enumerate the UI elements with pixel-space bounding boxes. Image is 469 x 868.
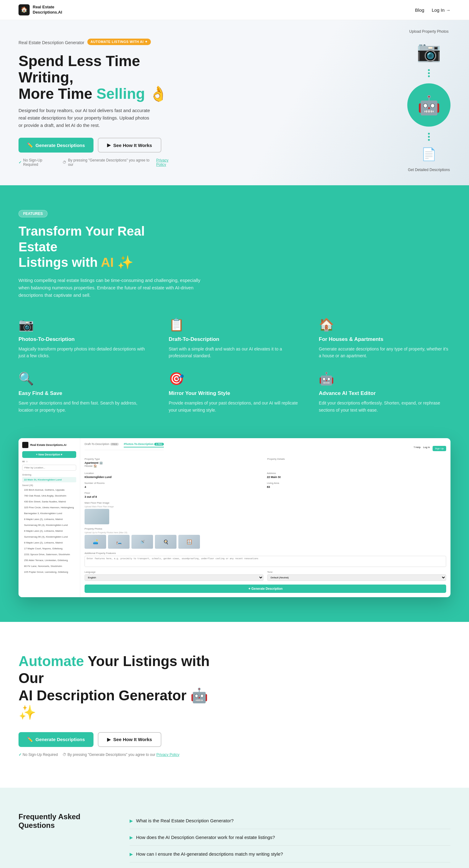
address-label: Address	[267, 472, 446, 475]
feature-name-4: Mirror Your Writing Style	[169, 390, 301, 397]
list-item[interactable]: Summarvag 96 (4), Klosterngliden Lund	[22, 523, 76, 528]
floorplan-label: Main Floor Plan Image	[85, 501, 446, 504]
rooms-group: Number of Rooms 4	[85, 482, 264, 489]
list-item[interactable]: 250 Alder Terrace, Linnkedan, Göteborg	[22, 558, 76, 563]
list-item[interactable]: 325 Pine Circle, Utreks Hamnon, Helsingb…	[22, 505, 76, 510]
address-value: 22 Main St	[267, 475, 446, 478]
logo-text: Real Estate Descriptions.AI	[33, 5, 62, 15]
additional-textarea[interactable]	[85, 556, 446, 567]
cta-generate-button[interactable]: ✏️ Generate Descriptions	[19, 732, 94, 747]
app-sidebar: Real Estate Descriptions.AI + New Descri…	[19, 438, 80, 597]
app-tab-draft[interactable]: Draft-To-Description FREE	[85, 442, 119, 447]
app-sidebar-logo-icon	[22, 442, 28, 448]
navbar: 🏠 Real Estate Descriptions.AI Blog Log I…	[0, 0, 469, 20]
cta-no-signup: ✓ No Sign-Up Required	[19, 752, 58, 757]
photo-1: 🛋️	[85, 535, 106, 549]
list-item[interactable]: 8 Maple Lane (2), Linhavns, Malmö	[22, 528, 76, 534]
location-value: Klosterngliden Lund	[85, 475, 264, 478]
dots-connector-2	[428, 133, 430, 141]
hero-badge: AUTOMATE LISTINGS WITH AI ✦	[87, 39, 150, 45]
photos-label: Property Photos	[85, 527, 446, 530]
features-tag: FEATURES	[19, 210, 47, 217]
list-item[interactable]: Barnegatan 3, Klosterngliden Lund	[22, 511, 76, 516]
hero-buttons: ✏️ Generate Descriptions ▶ See How It Wo…	[19, 138, 179, 153]
cta-privacy-link[interactable]: Privacy Policy	[157, 752, 179, 757]
play-icon-cta: ▶	[107, 737, 111, 742]
chevron-right-icon-2: ▶	[130, 851, 133, 857]
list-item-active[interactable]: 22 Main St, Klosterngliden Lund	[22, 477, 76, 482]
faq-question-1: How does the AI Description Generator wo…	[136, 835, 275, 840]
feature-text-2: Generate accurate descriptions for any t…	[319, 345, 450, 360]
faq-item-1[interactable]: ▶ How does the AI Description Generator …	[130, 829, 450, 846]
cta-see-how-button[interactable]: ▶ See How It Works	[98, 732, 161, 747]
language-select[interactable]: English	[85, 575, 264, 581]
floorplan-section: Main Floor Plan Image Upload Main Floor …	[85, 501, 446, 524]
privacy-policy-link[interactable]: Privacy Policy	[156, 158, 179, 167]
faq-item-2[interactable]: ▶ How can I ensure the AI-generated desc…	[130, 846, 450, 863]
feature-name-1: Draft-To-Description	[169, 336, 301, 342]
feature-draft-to-desc: 📋 Draft-To-Description Start with a simp…	[169, 317, 301, 360]
list-item[interactable]: 8 Maple Lane (2), Linhavns, Malmö	[22, 517, 76, 522]
app-topbar: Draft-To-Description FREE Photos-To-Desc…	[85, 442, 446, 455]
app-generate-button[interactable]: ✦ Generate Description	[85, 585, 446, 593]
faq-question-2: How can I ensure the AI-generated descri…	[136, 851, 283, 857]
screenshot-section: Real Estate Descriptions.AI + New Descri…	[0, 438, 469, 622]
location-label: Location	[85, 472, 264, 475]
list-item[interactable]: 220 Birch Avenue, Gothens, Uppsala	[22, 487, 76, 493]
list-item[interactable]: 760 Oak Road, Utrá Angby, Stockholm	[22, 493, 76, 498]
hero-description: Designed for busy realtors, our AI tool …	[19, 107, 154, 129]
draft-feature-icon: 📋	[169, 317, 301, 332]
property-type-group: Property Type Apartment 🏢House 🏠	[85, 458, 264, 467]
nav-blog-link[interactable]: Blog	[415, 7, 424, 13]
help-link[interactable]: ? Help	[413, 446, 421, 451]
login-link[interactable]: Log In	[423, 446, 430, 451]
logo[interactable]: 🏠 Real Estate Descriptions.AI	[19, 4, 62, 16]
feature-find-save: 🔍 Easy Find & Save Save your description…	[19, 371, 150, 413]
features-description: Writing compelling real estate listings …	[19, 277, 210, 299]
faq-item-0[interactable]: ▶ What is the Real Estate Description Ge…	[130, 812, 450, 829]
list-item[interactable]: Summarvag 96 (4), Klosterngliden Lund	[22, 534, 76, 539]
list-item[interactable]: 430 Elm Street, Santa Nualles, Malmö	[22, 499, 76, 504]
output-params: Language English Tone Default (Neutral)	[85, 571, 446, 581]
app-main: Draft-To-Description FREE Photos-To-Desc…	[80, 438, 450, 597]
list-item[interactable]: 17 Maple Court, Nopons, Göteborg	[22, 546, 76, 551]
tone-select[interactable]: Default (Neutral)	[267, 575, 446, 581]
chevron-right-icon-1: ▶	[130, 835, 133, 840]
cta-note: ✓ No Sign-Up Required ⏱ By pressing "Gen…	[19, 752, 450, 757]
hero-content: Real Estate Description Generator AUTOMA…	[19, 39, 179, 167]
faq-item-3[interactable]: ▶ What language options are available fo…	[130, 863, 450, 868]
hero-note: ✓ No Sign-Up Required ⏱ By pressing "Gen…	[19, 158, 179, 167]
list-item[interactable]: 8 Maple Lane (2), Linhavns, Malmö	[22, 540, 76, 545]
feature-text-3: Save your descriptions and find them fas…	[19, 400, 150, 413]
faq-list: ▶ What is the Real Estate Description Ge…	[130, 812, 450, 868]
document-icon: 📄	[421, 147, 437, 161]
list-item[interactable]: 80 Fir Lane, Noronsets, Stockholm	[22, 563, 76, 569]
app-search-input[interactable]	[22, 465, 76, 471]
app-new-description-button[interactable]: + New Description ▾	[22, 451, 76, 458]
app-tab-photos[interactable]: Photos-To-Description 2 PRO	[124, 442, 164, 447]
photo-2: 🛏️	[108, 535, 130, 549]
app-signup-button[interactable]: Sign Up	[433, 446, 446, 451]
generate-descriptions-button[interactable]: ✏️ Generate Descriptions	[19, 138, 94, 153]
features-grid: 📷 Photos-To-Description Magically transf…	[19, 317, 450, 414]
rooms-value: 4	[85, 486, 264, 489]
dots-connector	[428, 69, 430, 77]
see-how-it-works-button[interactable]: ▶ See How It Works	[98, 138, 161, 153]
property-type-value: Apartment 🏢House 🏠	[85, 461, 264, 467]
language-group: Language English	[85, 571, 264, 581]
logo-icon: 🏠	[19, 4, 30, 16]
app-screenshot: Real Estate Descriptions.AI + New Descri…	[19, 438, 450, 597]
area-label: Living Area	[267, 482, 446, 485]
photos-grid: 🛋️ 🛏️ 🚿 🍳 🪟	[85, 535, 446, 549]
faq-section-title: Frequently Asked Questions	[19, 812, 105, 830]
list-item[interactable]: 225 Poplar Grove, Laresdong, Göteborg	[22, 569, 76, 575]
property-details-group: Property Details	[267, 458, 446, 467]
nav-login-link[interactable]: Log In →	[432, 7, 450, 13]
additional-features-section: Additional Property Features	[85, 552, 446, 567]
cta-section: Automate Your Listings with OurAI Descri…	[0, 622, 469, 788]
features-title: Transform Your Real EstateListings with …	[19, 223, 173, 270]
feature-name-3: Easy Find & Save	[19, 390, 150, 397]
hero-illustration: Upload Property Photos 📷 🤖 📄 Get Detaile…	[407, 29, 450, 172]
list-item[interactable]: 2231 Spruce Drive, Salernoon, Stockholm	[22, 552, 76, 557]
app-saved-label: Saved (16)	[22, 484, 76, 486]
